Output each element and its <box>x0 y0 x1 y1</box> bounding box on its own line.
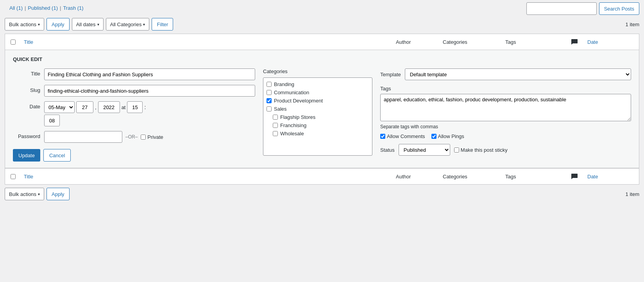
apply-button-bottom[interactable]: Apply <box>47 188 70 200</box>
bulk-actions-label: Bulk actions <box>9 22 36 27</box>
cat-flagship-stores[interactable]: Flagship Stores <box>263 113 372 121</box>
date-month-select[interactable]: 05-May <box>44 101 75 113</box>
template-row: Template Default template <box>380 68 631 80</box>
cat-flagship-stores-checkbox[interactable] <box>273 115 278 120</box>
quick-edit-body: Title Slug Date 05-May <box>13 68 631 162</box>
cat-product-development[interactable]: Product Development <box>263 97 372 105</box>
cat-product-development-checkbox[interactable] <box>267 98 272 103</box>
th-comments-bottom <box>565 172 584 181</box>
cat-wholesale[interactable]: Wholesale <box>263 129 372 138</box>
allow-comments-text: Allow Comments <box>387 133 425 139</box>
date-at-label: at <box>122 104 126 110</box>
cat-wholesale-checkbox[interactable] <box>273 131 278 136</box>
cat-sales-checkbox[interactable] <box>267 106 272 111</box>
tags-textarea[interactable]: apparel, education, ethical, fashion, pr… <box>380 94 631 121</box>
th-title[interactable]: Title <box>21 38 393 47</box>
th-tags-bottom: Tags <box>502 172 565 181</box>
date-day-input[interactable] <box>76 101 93 113</box>
cat-franchising[interactable]: Franchising <box>263 121 372 129</box>
status-published-link[interactable]: Published (1) <box>28 5 58 11</box>
private-checkbox-label[interactable]: Private <box>141 134 163 140</box>
search-input[interactable] <box>526 2 597 15</box>
cat-communication-label: Communication <box>274 90 309 95</box>
date-hour-input[interactable] <box>127 101 143 113</box>
select-all-cell <box>5 38 21 46</box>
cat-communication-checkbox[interactable] <box>267 90 272 95</box>
private-checkbox[interactable] <box>141 135 146 140</box>
qe-slug-input[interactable] <box>44 85 255 97</box>
table-header: Title Author Categories Tags Date <box>5 34 639 50</box>
bottom-left: Bulk actions ▾ Apply <box>5 188 70 200</box>
bulk-actions-dropdown-bottom[interactable]: Bulk actions ▾ <box>5 188 44 200</box>
status-all-link[interactable]: All (1) <box>9 5 23 11</box>
th-author: Author <box>393 38 440 47</box>
private-label: Private <box>147 134 163 140</box>
item-count-top: 1 item <box>626 22 639 27</box>
qe-title-label: Title <box>13 68 40 77</box>
filter-bar: Bulk actions ▾ Apply All dates ▾ All Cat… <box>0 15 644 34</box>
apply-button-top[interactable]: Apply <box>47 18 70 31</box>
search-area: Search Posts <box>526 2 639 15</box>
checkbox-row: Allow Comments Allow Pings <box>380 133 631 139</box>
filter-bar-left: Bulk actions ▾ Apply All dates ▾ All Cat… <box>5 18 173 31</box>
th-title-bottom[interactable]: Title <box>21 172 393 181</box>
chevron-down-icon-2: ▾ <box>97 22 99 27</box>
th-author-bottom: Author <box>393 172 440 181</box>
cat-franchising-label: Franchising <box>280 122 306 128</box>
cat-communication[interactable]: Communication <box>263 88 372 97</box>
cancel-button[interactable]: Cancel <box>43 149 71 162</box>
cat-franchising-checkbox[interactable] <box>273 123 278 128</box>
qe-slug-field: Slug <box>13 85 255 97</box>
all-dates-dropdown[interactable]: All dates ▾ <box>72 18 104 31</box>
allow-comments-label[interactable]: Allow Comments <box>380 133 425 139</box>
filter-button[interactable]: Filter <box>152 18 173 31</box>
th-date-bottom[interactable]: Date <box>584 172 639 181</box>
allow-pings-checkbox[interactable] <box>431 134 436 139</box>
posts-table: Title Author Categories Tags Date QUICK … <box>5 34 639 185</box>
date-minute-input[interactable] <box>44 115 60 126</box>
categories-list[interactable]: Branding Communication Product Developme… <box>263 77 372 156</box>
qe-slug-label: Slug <box>13 85 40 93</box>
template-label: Template <box>380 72 401 77</box>
all-categories-dropdown[interactable]: All Categories ▾ <box>106 18 150 31</box>
date-year-input[interactable] <box>98 101 120 113</box>
search-posts-button[interactable]: Search Posts <box>599 2 639 15</box>
date-comma: , <box>95 104 97 110</box>
th-categories: Categories <box>440 38 502 47</box>
qe-title-input[interactable] <box>44 68 255 80</box>
status-trash-link[interactable]: Trash (1) <box>63 5 83 11</box>
th-date[interactable]: Date <box>584 38 639 47</box>
comment-icon-bottom <box>571 173 578 180</box>
tags-heading: Tags <box>380 86 631 92</box>
qe-password-label: Password <box>13 131 40 139</box>
sticky-label[interactable]: Make this post sticky <box>454 147 508 153</box>
select-all-checkbox-bottom[interactable] <box>11 174 16 179</box>
qe-right-col: Template Default template Tags apparel, … <box>380 68 631 162</box>
make-sticky-checkbox[interactable] <box>454 147 459 153</box>
status-published-label: Published <box>28 5 50 11</box>
status-select[interactable]: Published Draft Pending Review <box>399 144 450 156</box>
cat-wholesale-label: Wholesale <box>280 131 304 137</box>
item-count-bottom: 1 item <box>626 191 639 197</box>
qe-password-input[interactable] <box>44 131 122 143</box>
allow-pings-text: Allow Pings <box>438 133 464 139</box>
th-categories-bottom: Categories <box>440 172 502 181</box>
update-button[interactable]: Update <box>13 149 40 162</box>
tags-hint: Separate tags with commas <box>380 124 631 129</box>
chevron-down-icon-bottom: ▾ <box>38 192 40 196</box>
template-select[interactable]: Default template <box>405 68 631 80</box>
cat-branding[interactable]: Branding <box>263 80 372 88</box>
allow-comments-checkbox[interactable] <box>380 134 385 139</box>
chevron-down-icon-3: ▾ <box>143 22 145 27</box>
cat-flagship-stores-label: Flagship Stores <box>280 114 315 120</box>
qe-minute-field <box>44 115 255 126</box>
allow-pings-label[interactable]: Allow Pings <box>431 133 464 139</box>
cat-sales[interactable]: Sales <box>263 105 372 113</box>
categories-heading: Categories <box>263 68 372 74</box>
select-all-checkbox[interactable] <box>11 40 16 45</box>
status-links: All (1) | Published (1) | Trash (1) <box>5 4 88 14</box>
cat-branding-checkbox[interactable] <box>267 82 272 87</box>
bulk-actions-dropdown[interactable]: Bulk actions ▾ <box>5 18 44 31</box>
pass-or-label: –OR– <box>125 134 138 140</box>
cat-branding-label: Branding <box>274 81 294 87</box>
